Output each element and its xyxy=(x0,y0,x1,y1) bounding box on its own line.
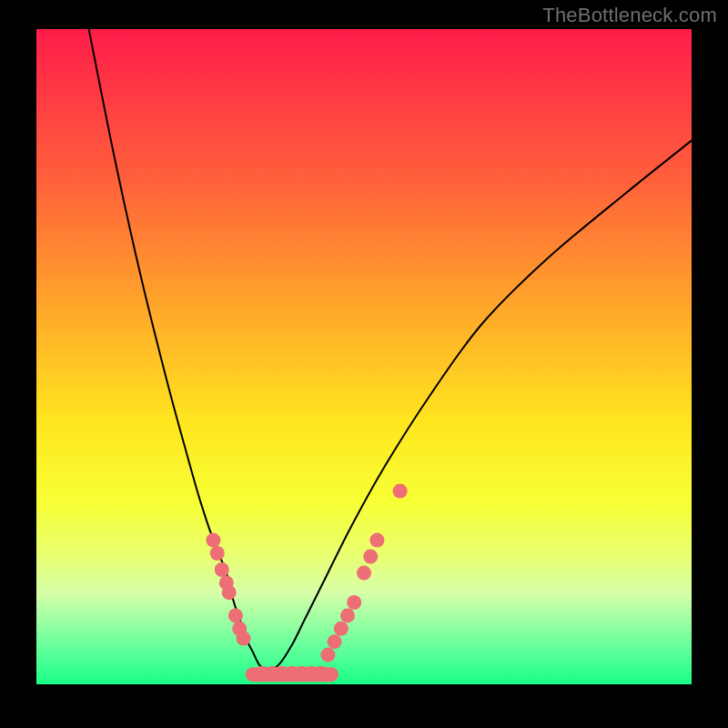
data-dot xyxy=(357,566,371,581)
chart-frame: TheBottleneck.com xyxy=(0,0,728,728)
data-dot xyxy=(334,622,349,636)
curve-layer xyxy=(36,29,692,684)
data-dot xyxy=(340,608,355,622)
data-dot xyxy=(363,550,378,564)
data-dot xyxy=(393,484,408,499)
left-branch-path xyxy=(89,29,266,672)
data-dot xyxy=(314,666,329,681)
scatter-dots xyxy=(206,484,407,681)
curve-lines xyxy=(89,29,692,672)
watermark-text: TheBottleneck.com xyxy=(542,4,717,27)
data-dot xyxy=(328,634,342,649)
data-dot xyxy=(237,632,251,646)
data-dot xyxy=(206,533,220,548)
data-dot xyxy=(369,533,384,548)
data-dot xyxy=(228,608,243,622)
data-dot xyxy=(210,546,225,561)
data-dot xyxy=(222,585,237,600)
data-dot xyxy=(215,562,229,577)
data-dot xyxy=(320,648,335,662)
data-dot xyxy=(347,595,361,610)
right-branch-path xyxy=(266,140,692,671)
